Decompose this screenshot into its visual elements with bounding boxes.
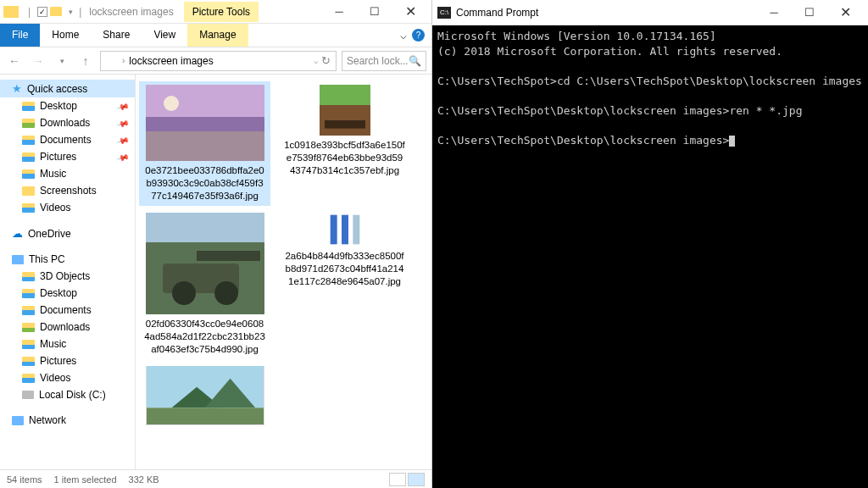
details-view-button[interactable]	[389, 473, 406, 486]
network-icon	[12, 416, 24, 425]
thumbnail	[146, 85, 264, 161]
maximize-button[interactable]: ☐	[357, 0, 392, 24]
explorer-titlebar[interactable]: | ✓ ▾ | lockscreen images Picture Tools …	[0, 0, 431, 24]
star-icon: ★	[12, 82, 22, 95]
ribbon: File Home Share View Manage ⌵ ?	[0, 24, 431, 47]
thispc-header[interactable]: This PC	[0, 251, 135, 268]
nav-pictures-pc[interactable]: Pictures	[0, 352, 135, 369]
refresh-icon[interactable]: ↻	[321, 54, 331, 67]
chevron-right-icon: ›	[122, 56, 125, 65]
nav-documents-pc[interactable]: Documents	[0, 302, 135, 319]
help-icon[interactable]: ?	[412, 29, 425, 42]
file-item[interactable]: 1c0918e393bcf5df3a6e150fe7539f8764eb63bb…	[279, 81, 410, 206]
breadcrumb[interactable]: lockscreen images	[129, 55, 213, 67]
home-tab[interactable]: Home	[40, 24, 91, 47]
picture-tools-tab[interactable]: Picture Tools	[184, 2, 259, 22]
thumbnail-view-button[interactable]	[408, 473, 425, 486]
file-item[interactable]: 02fd06330f43cc0e94e06084ad584a2d1f22cbc2…	[139, 209, 270, 359]
address-path[interactable]: › lockscreen images ⌵ ↻	[100, 51, 337, 71]
back-button[interactable]: ←	[5, 52, 24, 70]
file-content-area[interactable]: 0e3721bee033786dbffa2e0b93930c3c9c0ab38c…	[136, 75, 431, 469]
path-dropdown-icon[interactable]: ⌵	[314, 57, 318, 65]
thumbnail	[286, 213, 404, 247]
svg-rect-6	[325, 120, 365, 129]
command-prompt-window: C:\ Command Prompt ─ ☐ ✕ Microsoft Windo…	[432, 0, 868, 488]
status-bar: 54 items 1 item selected 332 KB	[0, 469, 431, 488]
svg-rect-4	[320, 85, 370, 105]
cmd-maximize-button[interactable]: ☐	[792, 1, 827, 25]
share-tab[interactable]: Share	[91, 24, 142, 47]
file-name: 0e3721bee033786dbffa2e0b93930c3c9c0ab38c…	[142, 164, 267, 202]
nav-music[interactable]: Music	[0, 165, 135, 182]
svg-point-11	[172, 281, 196, 305]
onedrive-header[interactable]: ☁OneDrive	[0, 225, 135, 242]
nav-desktop-pc[interactable]: Desktop	[0, 285, 135, 302]
close-button[interactable]: ✕	[392, 0, 428, 24]
svg-point-3	[164, 96, 179, 111]
file-tab[interactable]: File	[0, 24, 40, 47]
cursor	[729, 136, 735, 147]
disk-icon	[22, 391, 34, 399]
file-name: 2a6b4b844d9fb333ec8500fb8d971d2673c04bff…	[282, 250, 407, 288]
nav-videos-pc[interactable]: Videos	[0, 369, 135, 386]
pin-icon: 📌	[116, 116, 130, 130]
file-name: 1c0918e393bcf5df3a6e150fe7539f8764eb63bb…	[282, 139, 407, 177]
nav-downloads-pc[interactable]: Downloads	[0, 319, 135, 336]
nav-documents[interactable]: Documents📌	[0, 131, 135, 148]
folder-icon	[3, 6, 19, 18]
svg-rect-2	[146, 131, 264, 161]
manage-tab[interactable]: Manage	[187, 24, 248, 47]
cmd-window-title: Command Prompt	[456, 7, 538, 19]
network-header[interactable]: Network	[0, 412, 135, 429]
item-count: 54 items	[7, 474, 42, 485]
recent-dropdown[interactable]: ▾	[53, 52, 71, 70]
svg-rect-13	[330, 214, 337, 244]
svg-point-12	[214, 281, 238, 305]
pc-icon	[12, 255, 24, 264]
thumbnail	[146, 366, 264, 425]
cmd-icon: C:\	[437, 7, 451, 19]
nav-videos[interactable]: Videos	[0, 199, 135, 216]
pin-icon: 📌	[116, 99, 130, 113]
file-item[interactable]	[139, 363, 270, 432]
nav-music-pc[interactable]: Music	[0, 336, 135, 352]
nav-pictures[interactable]: Pictures📌	[0, 148, 135, 165]
svg-rect-19	[147, 408, 264, 424]
address-bar: ← → ▾ ↑ › lockscreen images ⌵ ↻ Search l…	[0, 47, 431, 75]
qat-dropdown-icon[interactable]: ▾	[69, 8, 73, 16]
up-button[interactable]: ↑	[76, 52, 95, 70]
navigation-pane[interactable]: ★Quick access Desktop📌 Downloads📌 Docume…	[0, 75, 136, 469]
minimize-button[interactable]: ─	[321, 0, 357, 24]
nav-desktop[interactable]: Desktop📌	[0, 97, 135, 114]
separator: |	[79, 6, 81, 18]
cmd-titlebar[interactable]: C:\ Command Prompt ─ ☐ ✕	[432, 0, 868, 25]
nav-screenshots[interactable]: Screenshots	[0, 182, 135, 199]
window-title: lockscreen images	[89, 6, 173, 18]
svg-rect-10	[197, 251, 260, 261]
forward-button[interactable]: →	[29, 52, 47, 70]
cloud-icon: ☁	[12, 227, 23, 240]
thumbnail	[146, 213, 264, 314]
path-folder-icon	[106, 56, 118, 65]
pin-icon: 📌	[116, 150, 130, 164]
nav-localdisk[interactable]: Local Disk (C:)	[0, 386, 135, 403]
nav-downloads[interactable]: Downloads📌	[0, 114, 135, 131]
svg-rect-15	[353, 214, 359, 244]
svg-rect-7	[146, 213, 264, 242]
cmd-minimize-button[interactable]: ─	[756, 1, 792, 25]
search-input[interactable]: Search lock... 🔍	[342, 51, 426, 71]
quick-access-header[interactable]: ★Quick access	[0, 80, 135, 97]
view-tab[interactable]: View	[142, 24, 187, 47]
folder-small-icon	[50, 7, 62, 16]
separator: |	[28, 6, 31, 18]
nav-3dobjects[interactable]: 3D Objects	[0, 268, 135, 285]
file-item[interactable]: 2a6b4b844d9fb333ec8500fb8d971d2673c04bff…	[279, 209, 410, 359]
cmd-close-button[interactable]: ✕	[827, 1, 863, 25]
ribbon-expand-icon[interactable]: ⌵	[400, 29, 407, 42]
svg-rect-14	[342, 214, 348, 244]
cmd-terminal[interactable]: Microsoft Windows [Version 10.0.17134.16…	[432, 25, 868, 488]
explorer-window: | ✓ ▾ | lockscreen images Picture Tools …	[0, 0, 432, 488]
file-item[interactable]: 0e3721bee033786dbffa2e0b93930c3c9c0ab38c…	[139, 81, 270, 206]
qat-checkbox[interactable]: ✓	[37, 7, 47, 17]
search-icon[interactable]: 🔍	[409, 55, 421, 67]
